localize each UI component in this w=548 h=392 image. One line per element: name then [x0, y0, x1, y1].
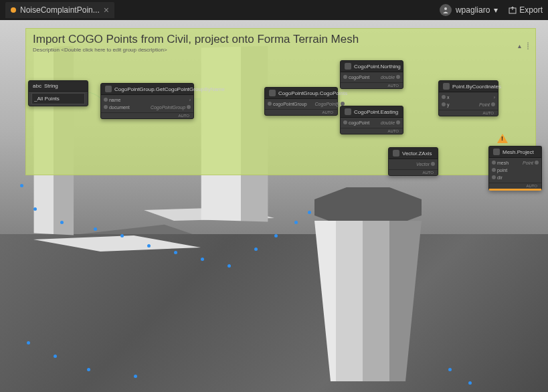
node-icon	[443, 83, 450, 90]
user-menu[interactable]: wpagliaro ▾	[440, 4, 498, 16]
node-easting[interactable]: CogoPoint.Easting cogoPointdouble AUTO	[340, 106, 403, 134]
tab-title: NoiseComplaintPoin...	[20, 5, 100, 15]
string-value-input[interactable]	[31, 93, 85, 104]
unsaved-indicator-icon	[11, 7, 16, 13]
building-cylinder	[314, 187, 422, 375]
node-icon	[345, 63, 351, 70]
node-northing[interactable]: CogoPoint.Northing cogoPointdouble AUTO	[340, 60, 403, 89]
close-icon[interactable]: ×	[104, 5, 109, 15]
graph-canvas[interactable]: Import COGO Points from Civil, project o…	[0, 20, 548, 392]
node-mesh-project[interactable]: Mesh.Project meshPoint point dir AUTO	[488, 146, 542, 191]
export-label: Export	[519, 5, 543, 15]
export-icon	[509, 6, 517, 14]
node-cogo-points[interactable]: CogoPointGroup.CogoPoints cogoPointGroup…	[264, 87, 338, 116]
username: wpagliaro	[456, 5, 490, 15]
node-string[interactable]: abc String	[28, 80, 88, 106]
export-button[interactable]: Export	[509, 5, 543, 15]
node-icon	[493, 149, 500, 155]
chevron-down-icon: ▾	[494, 5, 498, 15]
node-vector-zaxis[interactable]: Vector.ZAxis Vector AUTO	[388, 147, 438, 176]
avatar-icon	[440, 4, 452, 16]
node-icon	[105, 86, 112, 92]
app-header: NoiseComplaintPoin... × wpagliaro ▾ Expo…	[0, 0, 548, 20]
string-type-icon: abc	[33, 83, 41, 89]
svg-point-0	[444, 7, 447, 10]
group-title[interactable]: Import COGO Points from Civil, project o…	[33, 33, 529, 46]
group-collapse-icon[interactable]: ▴ ┊	[518, 42, 531, 50]
node-get-cogo-group[interactable]: CogoPointGroup.GetCogoPointGroupByName n…	[100, 83, 194, 119]
group-description[interactable]: Description <Double click here to edit g…	[33, 47, 529, 53]
file-tab[interactable]: NoiseComplaintPoin... ×	[5, 2, 114, 18]
node-point-by-coordinates[interactable]: Point.ByCoordinates x› yPoint AUTO	[438, 80, 498, 116]
node-icon	[393, 150, 399, 157]
node-icon	[345, 108, 351, 115]
node-icon	[269, 90, 276, 96]
